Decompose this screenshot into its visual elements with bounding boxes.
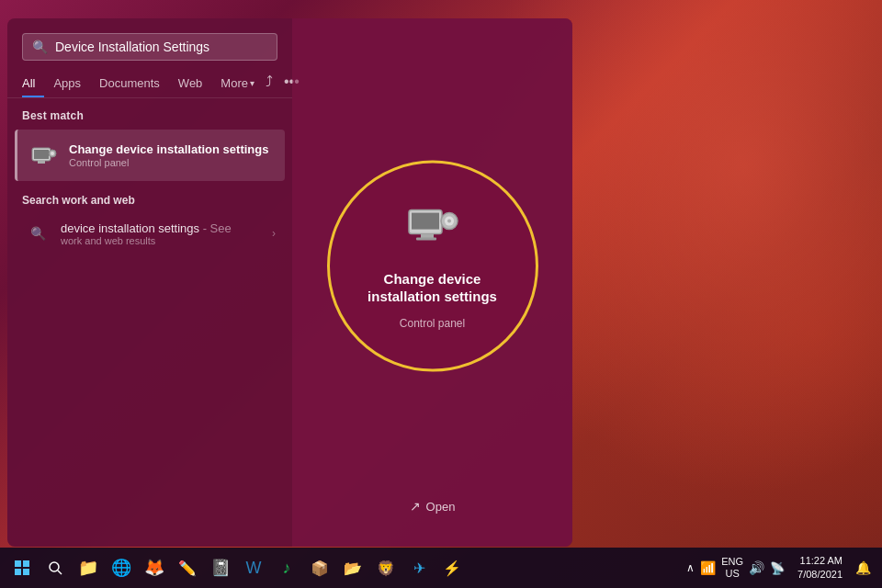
web-title-see: - See [199, 221, 232, 235]
arrow-icon: › [272, 227, 276, 240]
taskbar-search[interactable] [40, 553, 70, 582]
title-pre: Change [69, 142, 116, 156]
search-input[interactable] [55, 40, 267, 54]
web-search-icon: 🔍 [24, 220, 51, 247]
search-icon: 🔍 [32, 40, 48, 54]
svg-point-9 [447, 219, 451, 222]
filter-tabs: All Apps Documents Web More ⤴ ••• [7, 68, 292, 98]
svg-point-3 [51, 152, 54, 155]
network-icon[interactable]: 📶 [700, 560, 716, 575]
taskbar-files2[interactable]: 📂 [338, 553, 368, 582]
web-result-item[interactable]: 🔍 device installation settings - See wor… [15, 212, 285, 254]
web-title-pre: device installation settings [61, 221, 199, 235]
chevron-up-icon[interactable]: ∧ [686, 561, 695, 574]
web-result-subtitle: work and web results [61, 235, 263, 246]
taskbar-app2[interactable]: ⚡ [437, 553, 467, 582]
best-match-item[interactable]: Change device installation settings Cont… [15, 130, 285, 181]
highlight-circle: Change device installation settings Cont… [327, 160, 538, 371]
notifications-icon[interactable]: 🔔 [852, 560, 875, 575]
taskbar-telegram[interactable]: ✈ [404, 553, 434, 582]
title-post: settings [220, 142, 268, 156]
taskbar-brave[interactable]: 🦁 [371, 553, 401, 582]
tab-documents[interactable]: Documents [90, 73, 169, 97]
taskbar: 📁 🌐 🦊 ✏️ 📓 W ♪ 📦 📂 🦁 ✈ ⚡ ∧ 📶 ENG US 🔊 📡 … [0, 548, 882, 588]
detail-device-icon [405, 202, 460, 258]
svg-rect-6 [412, 212, 439, 229]
svg-rect-15 [23, 569, 29, 575]
share-icon[interactable]: ⤴ [264, 72, 275, 92]
taskbar-word[interactable]: W [239, 553, 268, 582]
tab-apps[interactable]: Apps [44, 73, 90, 97]
taskbar-right: ∧ 📶 ENG US 🔊 📡 11:22 AM 7/08/2021 🔔 [683, 554, 875, 582]
language-label: ENG US [721, 556, 743, 580]
svg-rect-11 [416, 237, 436, 240]
detail-title: Change device installation settings [330, 269, 536, 305]
taskbar-spotify[interactable]: ♪ [272, 553, 301, 582]
search-panel: 🔍 All Apps Documents Web More ⤴ ••• Best… [7, 18, 572, 547]
taskbar-paint[interactable]: ✏️ [173, 553, 202, 582]
taskbar-onenote[interactable]: 📓 [206, 553, 235, 582]
svg-rect-1 [34, 150, 49, 159]
taskbar-files[interactable]: 📁 [74, 553, 103, 582]
start-button[interactable] [7, 553, 37, 582]
svg-point-16 [50, 562, 59, 571]
left-pane: 🔍 All Apps Documents Web More ⤴ ••• Best… [7, 18, 292, 547]
right-pane: Change device installation settings Cont… [292, 18, 572, 547]
best-match-label: Best match [7, 106, 292, 126]
search-box[interactable]: 🔍 [22, 33, 277, 61]
svg-line-17 [58, 571, 62, 574]
web-result-title: device installation settings - See [61, 221, 263, 235]
device-settings-icon [27, 139, 60, 172]
taskbar-system-tray: ∧ 📶 ENG US 🔊 📡 [683, 556, 788, 580]
tab-more[interactable]: More [211, 73, 264, 97]
taskbar-firefox[interactable]: 🦊 [140, 553, 169, 582]
web-result-text: device installation settings - See work … [61, 221, 263, 246]
open-button[interactable]: ↗ Open [399, 493, 467, 519]
search-work-web-label: Search work and web [7, 185, 292, 210]
best-match-text: Change device installation settings Cont… [69, 142, 276, 169]
desktop: 🔍 All Apps Documents Web More ⤴ ••• Best… [0, 0, 882, 588]
open-label: Open [426, 500, 456, 514]
time-display: 11:22 AM [797, 554, 842, 568]
date-display: 7/08/2021 [797, 568, 842, 582]
svg-rect-4 [38, 161, 45, 164]
tab-all[interactable]: All [22, 73, 44, 97]
svg-rect-12 [15, 560, 21, 567]
taskbar-app1[interactable]: 📦 [305, 553, 334, 582]
title-bold: device installation [116, 142, 220, 156]
svg-rect-13 [23, 560, 29, 567]
tab-web[interactable]: Web [169, 73, 212, 97]
open-icon: ↗ [410, 499, 421, 514]
detail-actions: ↗ Open [292, 493, 572, 519]
taskbar-edge[interactable]: 🌐 [107, 553, 136, 582]
best-match-title: Change device installation settings [69, 142, 276, 158]
detail-subtitle: Control panel [400, 316, 465, 329]
wifi-icon[interactable]: 📡 [770, 561, 785, 575]
volume-icon[interactable]: 🔊 [749, 560, 764, 575]
taskbar-clock[interactable]: 11:22 AM 7/08/2021 [792, 554, 848, 582]
best-match-subtitle: Control panel [69, 157, 276, 168]
svg-rect-14 [15, 569, 21, 575]
